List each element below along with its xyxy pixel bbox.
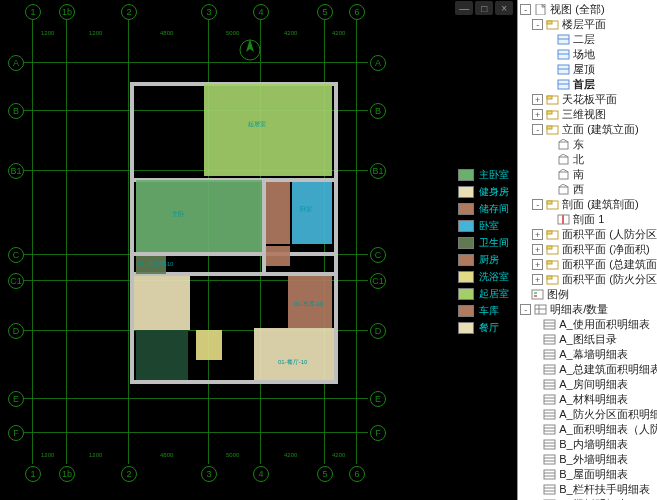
expand-toggle[interactable]: - [532, 124, 543, 135]
tab-icon [543, 364, 556, 375]
doc-icon [534, 4, 547, 15]
svg-rect-23 [547, 201, 552, 204]
svg-rect-29 [547, 246, 552, 249]
tree-item[interactable]: +面积平面 (净面积) [518, 242, 657, 257]
svg-rect-46 [544, 350, 555, 359]
tree-item[interactable]: A_图纸目录 [518, 332, 657, 347]
tree-label: 北 [573, 152, 584, 167]
tree-item[interactable]: A_幕墙明细表 [518, 347, 657, 362]
expand-toggle[interactable]: + [532, 229, 543, 240]
tree-label: B_栏杆扶手明细表 [559, 482, 649, 497]
dimension-text: 5000 [226, 30, 239, 36]
room-gym[interactable] [134, 276, 190, 330]
tree-item[interactable]: A_使用面积明细表 [518, 317, 657, 332]
elev-icon [557, 139, 570, 150]
close-button[interactable]: × [495, 1, 513, 15]
grid-bubble-col: 1b [59, 4, 75, 20]
drawing-canvas[interactable]: — □ × 111b1b2233445566AABBB1B1CCC1C1DDEE… [0, 0, 517, 500]
tree-item[interactable]: B_屋面明细表 [518, 467, 657, 482]
tree-item[interactable]: B_栏杆扶手明细表 [518, 482, 657, 497]
dimension-text: 4200 [332, 452, 345, 458]
tree-item[interactable]: 首层 [518, 77, 657, 92]
expand-toggle[interactable]: + [532, 244, 543, 255]
room-master[interactable] [136, 180, 262, 252]
tree-item[interactable]: 北 [518, 152, 657, 167]
expand-toggle[interactable]: + [532, 94, 543, 105]
tree-item[interactable]: -剖面 (建筑剖面) [518, 197, 657, 212]
room-living[interactable] [204, 84, 332, 176]
tree-label: 图例 [547, 287, 569, 302]
plan-icon [557, 34, 570, 45]
room-kitchen[interactable] [266, 182, 290, 244]
svg-rect-19 [559, 157, 568, 164]
tree-item[interactable]: 剖面 1 [518, 212, 657, 227]
expand-toggle[interactable]: + [532, 274, 543, 285]
tree-item[interactable]: 屋顶 [518, 62, 657, 77]
tree-item[interactable]: +面积平面 (人防分区面积) [518, 227, 657, 242]
svg-rect-61 [544, 425, 555, 434]
tree-label: 面积平面 (总建筑面积) [562, 257, 657, 272]
grid-bubble-col: 1 [25, 4, 41, 20]
room-store[interactable] [266, 246, 290, 266]
expand-toggle[interactable]: + [532, 109, 543, 120]
dimension-text: 4200 [332, 30, 345, 36]
tree-item[interactable]: -视图 (全部) [518, 2, 657, 17]
expand-toggle[interactable]: - [520, 304, 531, 315]
tree-item[interactable]: B_内墙明细表 [518, 437, 657, 452]
tree-item[interactable]: B_外墙明细表 [518, 452, 657, 467]
tree-item[interactable]: 西 [518, 182, 657, 197]
tab-icon [543, 319, 556, 330]
dimension-text: 5000 [226, 452, 239, 458]
room-bedroom[interactable] [292, 182, 332, 244]
maximize-button[interactable]: □ [475, 1, 493, 15]
room-dining[interactable] [254, 328, 334, 380]
legend-label: 洗浴室 [479, 270, 509, 284]
tree-item[interactable]: A_防火分区面积明细表 [518, 407, 657, 422]
tree-item[interactable]: 场地 [518, 47, 657, 62]
room-bath[interactable] [196, 330, 222, 360]
room-label: 主卧 [172, 210, 184, 219]
legend-item: 卫生间 [458, 236, 509, 250]
expand-toggle[interactable]: - [520, 4, 531, 15]
dimension-text: 1200 [41, 30, 54, 36]
tree-item[interactable]: A_面积明细表（人防面积） [518, 422, 657, 437]
project-browser[interactable]: -视图 (全部)-楼层平面二层场地屋顶首层+天花板平面+三维视图-立面 (建筑立… [517, 0, 657, 500]
tree-label: 面积平面 (防火分区面积) [562, 272, 657, 287]
tree-item[interactable]: -楼层平面 [518, 17, 657, 32]
expand-toggle[interactable]: - [532, 199, 543, 210]
room-label: 起居室 [248, 120, 266, 129]
tree-item[interactable]: 图例 [518, 287, 657, 302]
tree-item[interactable]: -立面 (建筑立面) [518, 122, 657, 137]
tree-item[interactable]: 南 [518, 167, 657, 182]
tree-item[interactable]: +面积平面 (防火分区面积) [518, 272, 657, 287]
grid-bubble-row: B1 [370, 163, 386, 179]
tree-item[interactable]: +面积平面 (总建筑面积) [518, 257, 657, 272]
tree-item[interactable]: A_总建筑面积明细表 [518, 362, 657, 377]
grid-bubble-col: 6 [349, 4, 365, 20]
tree-item[interactable]: A_房间明细表 [518, 377, 657, 392]
grid-bubble-col: 3 [201, 4, 217, 20]
tree-item[interactable]: -明细表/数量 [518, 302, 657, 317]
tree-item[interactable]: +天花板平面 [518, 92, 657, 107]
expand-toggle[interactable]: - [532, 19, 543, 30]
fold-icon [546, 94, 559, 105]
svg-rect-35 [534, 292, 537, 294]
wall [130, 82, 134, 384]
grid-bubble-row: C [370, 247, 386, 263]
tree-item[interactable]: 二层 [518, 32, 657, 47]
minimize-button[interactable]: — [455, 1, 473, 15]
tree-item[interactable]: 东 [518, 137, 657, 152]
tree-label: 面积平面 (净面积) [562, 242, 649, 257]
legend-label: 储存间 [479, 202, 509, 216]
room-unk1[interactable] [136, 330, 188, 380]
grid-bubble-col: 5 [317, 4, 333, 20]
tree-item[interactable]: +三维视图 [518, 107, 657, 122]
tab-icon [543, 379, 556, 390]
grid-bubble-col: 3 [201, 466, 217, 482]
svg-rect-17 [547, 126, 552, 129]
grid-bubble-col: 6 [349, 466, 365, 482]
tree-item[interactable]: A_材料明细表 [518, 392, 657, 407]
grid-bubble-col: 4 [253, 466, 269, 482]
legend-label: 厨房 [479, 253, 499, 267]
expand-toggle[interactable]: + [532, 259, 543, 270]
